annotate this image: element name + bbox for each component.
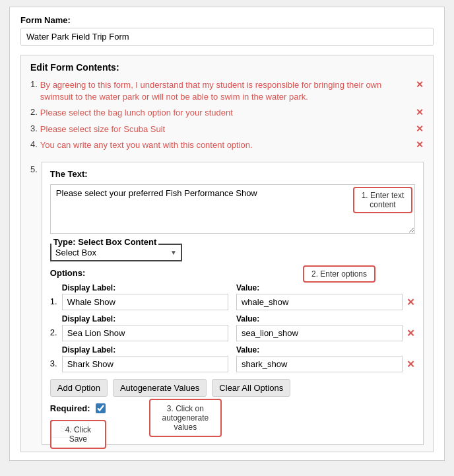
option-2-inputs: [62, 325, 403, 341]
type-section: Type: Select Box Content Select Box Text…: [50, 242, 415, 261]
remove-option-2-button[interactable]: ✕: [406, 327, 415, 339]
option-row-3: 3. Display Label: Value: ✕: [50, 345, 415, 372]
action-buttons: Add Option Autogenerate Values Clear All…: [50, 379, 415, 397]
remove-option-3-button[interactable]: ✕: [406, 358, 415, 370]
list-item: 2. Please select the bag lunch option fo…: [30, 107, 424, 119]
option-row-1: 1. Display Label: Value: ✕: [50, 283, 415, 310]
display-label-header-1: Display Label:: [62, 283, 228, 292]
item-text: Please select size for Scuba Suit: [40, 123, 410, 135]
add-btn-row-wrapper: Add Option Autogenerate Values Clear All…: [50, 379, 415, 397]
option-3-headers: Display Label: Value:: [62, 345, 403, 355]
option-3-num: 3.: [50, 358, 62, 368]
list-item: 3. Please select size for Scuba Suit ✕: [30, 123, 424, 135]
option-1-headers: Display Label: Value:: [62, 283, 403, 292]
item-num: 2.: [30, 107, 38, 117]
display-label-header-3: Display Label:: [62, 345, 228, 355]
option-2-fields: Display Label: Value:: [62, 314, 403, 341]
save-button[interactable]: Save: [50, 420, 90, 438]
option-3-value-input[interactable]: [236, 356, 403, 372]
option-3-fields: Display Label: Value:: [62, 345, 403, 372]
option-row-2: 2. Display Label: Value: ✕: [50, 314, 415, 341]
option-2-num: 2.: [50, 327, 62, 337]
form-items-list: 1. By agreeing to this form, I understan…: [30, 79, 424, 151]
text-field-label: The Text:: [50, 169, 88, 179]
item-5-num: 5.: [30, 164, 38, 174]
type-select[interactable]: Select Box Text Field Checkbox Radio But…: [51, 245, 166, 260]
chevron-down-icon: ▼: [166, 249, 181, 256]
text-content-textarea[interactable]: Please select your preferred Fish Perfor…: [50, 184, 415, 234]
save-row: Save 4. Click Save: [50, 420, 415, 438]
required-row: Required:: [50, 403, 415, 413]
option-1-fields: Display Label: Value:: [62, 283, 403, 310]
option-1-value-input[interactable]: [236, 294, 403, 310]
option-1-inputs: [62, 294, 403, 310]
value-label-header-2: Value:: [236, 314, 403, 323]
remove-option-1-button[interactable]: ✕: [406, 296, 415, 308]
value-label-header-3: Value:: [236, 345, 403, 355]
list-item: 4. You can write any text you want with …: [30, 139, 424, 151]
option-1-num: 1.: [50, 296, 62, 306]
item-text: By agreeing to this form, I understand t…: [40, 79, 410, 103]
autogenerate-values-button[interactable]: Autogenerate Values: [113, 379, 207, 397]
edit-form-title: Edit Form Contents:: [30, 62, 424, 73]
option-2-headers: Display Label: Value:: [62, 314, 403, 323]
remove-item-1-button[interactable]: ✕: [416, 79, 424, 90]
item-num: 4.: [30, 139, 38, 149]
select-box-content-label: Select Box Content: [78, 237, 156, 247]
option-2-value-input[interactable]: [236, 325, 403, 341]
list-item: 1. By agreeing to this form, I understan…: [30, 79, 424, 103]
options-title: Options:: [50, 268, 85, 278]
text-content-area-wrapper: Please select your preferred Fish Perfor…: [50, 184, 415, 236]
add-option-button[interactable]: Add Option: [50, 379, 108, 397]
option-1-display-input[interactable]: [62, 294, 228, 310]
item-5-container: The Text: Please select your preferred F…: [42, 162, 424, 445]
required-checkbox[interactable]: [96, 403, 106, 413]
options-section: Options: 2. Enter options 1. Display Lab…: [50, 268, 415, 397]
display-label-header-2: Display Label:: [62, 314, 228, 323]
remove-item-3-button[interactable]: ✕: [416, 123, 424, 134]
item-num: 1.: [30, 79, 38, 89]
remove-item-4-button[interactable]: ✕: [416, 139, 424, 150]
item-num: 3.: [30, 123, 38, 133]
option-3-inputs: [62, 356, 403, 372]
remove-item-2-button[interactable]: ✕: [416, 107, 424, 118]
form-name-section: Form Name:: [20, 15, 434, 46]
page-wrapper: Form Name: Edit Form Contents: 1. By agr…: [9, 7, 445, 461]
clear-all-options-button[interactable]: Clear All Options: [212, 379, 290, 397]
edit-form-section: Edit Form Contents: 1. By agreeing to th…: [20, 55, 434, 452]
option-2-display-input[interactable]: [62, 325, 228, 341]
item-text: You can write any text you want with thi…: [40, 139, 410, 151]
item-5-header: The Text:: [50, 169, 415, 179]
form-name-label: Form Name:: [20, 15, 434, 25]
callout-enter-options: 2. Enter options: [303, 265, 375, 283]
required-label: Required:: [50, 403, 90, 413]
form-name-input[interactable]: [20, 28, 434, 46]
option-3-display-input[interactable]: [62, 356, 228, 372]
item-5-row: 5. The Text: Please select your preferre…: [30, 158, 424, 445]
value-label-header-1: Value:: [236, 283, 403, 292]
item-text: Please select the bag lunch option for y…: [40, 107, 410, 119]
type-label: Type: Select Box Content: [51, 237, 159, 247]
